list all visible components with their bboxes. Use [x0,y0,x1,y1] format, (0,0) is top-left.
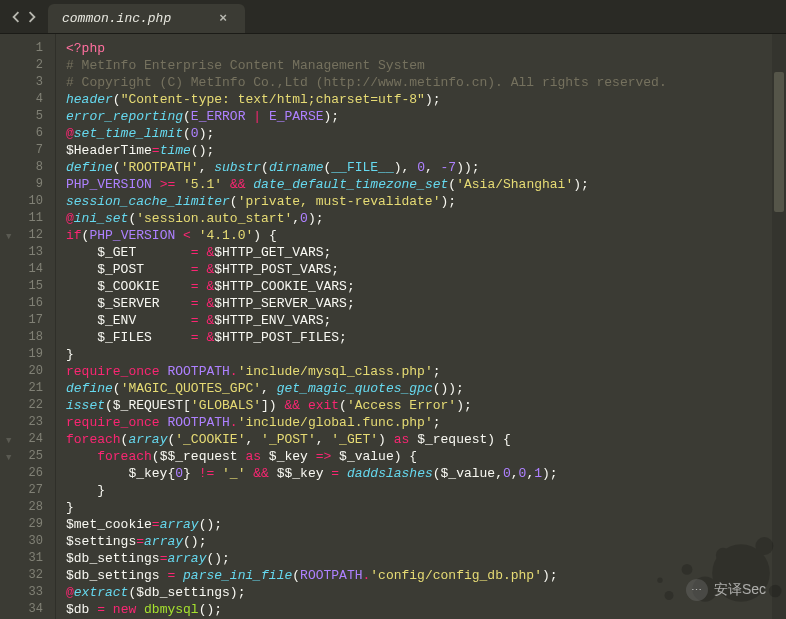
line-number: 18 [0,329,55,346]
code-line[interactable]: $_GET = &$HTTP_GET_VARS; [66,244,786,261]
code-line[interactable]: $db_settings=array(); [66,550,786,567]
code-line[interactable]: require_once ROOTPATH.'include/mysql_cla… [66,363,786,380]
file-tab[interactable]: common.inc.php × [48,4,245,33]
line-number: 30 [0,533,55,550]
code-line[interactable]: } [66,499,786,516]
line-number: 24 [0,431,55,448]
line-number: 10 [0,193,55,210]
line-number: 1 [0,40,55,57]
nav-arrows [0,0,48,33]
line-number: 21 [0,380,55,397]
line-number: 3 [0,74,55,91]
code-line[interactable]: $_FILES = &$HTTP_POST_FILES; [66,329,786,346]
code-line[interactable]: <?php [66,40,786,57]
code-area[interactable]: <?php# MetInfo Enterprise Content Manage… [56,34,786,619]
code-line[interactable]: @ini_set('session.auto_start',0); [66,210,786,227]
line-number: 22 [0,397,55,414]
code-line[interactable]: $met_cookie=array(); [66,516,786,533]
code-line[interactable]: $_COOKIE = &$HTTP_COOKIE_VARS; [66,278,786,295]
code-line[interactable]: define('ROOTPATH', substr(dirname(__FILE… [66,159,786,176]
code-line[interactable]: # Copyright (C) MetInfo Co.,Ltd (http://… [66,74,786,91]
code-line[interactable]: $_ENV = &$HTTP_ENV_VARS; [66,312,786,329]
code-line[interactable]: $db = new dbmysql(); [66,601,786,618]
code-line[interactable]: require_once ROOTPATH.'include/global.fu… [66,414,786,431]
line-number: 25 [0,448,55,465]
code-line[interactable]: } [66,482,786,499]
line-number: 17 [0,312,55,329]
line-number: 20 [0,363,55,380]
code-line[interactable]: error_reporting(E_ERROR | E_PARSE); [66,108,786,125]
line-number: 14 [0,261,55,278]
line-number: 27 [0,482,55,499]
line-number: 6 [0,125,55,142]
code-line[interactable]: $settings=array(); [66,533,786,550]
tab-filename: common.inc.php [62,11,171,26]
line-number: 4 [0,91,55,108]
line-number: 15 [0,278,55,295]
line-number: 11 [0,210,55,227]
code-line[interactable]: $_SERVER = &$HTTP_SERVER_VARS; [66,295,786,312]
line-number: 28 [0,499,55,516]
line-number: 8 [0,159,55,176]
scrollbar-track[interactable] [772,34,786,619]
code-line[interactable]: foreach($$_request as $_key => $_value) … [66,448,786,465]
code-line[interactable]: isset($_REQUEST['GLOBALS']) && exit('Acc… [66,397,786,414]
line-number: 26 [0,465,55,482]
line-number: 31 [0,550,55,567]
code-line[interactable]: if(PHP_VERSION < '4.1.0') { [66,227,786,244]
line-number: 13 [0,244,55,261]
line-number: 29 [0,516,55,533]
wechat-icon: ⋯ [686,579,708,601]
code-line[interactable]: $_key{0} != '_' && $$_key = daddslashes(… [66,465,786,482]
line-number: 7 [0,142,55,159]
code-line[interactable]: @extract($db_settings); [66,584,786,601]
code-line[interactable]: PHP_VERSION >= '5.1' && date_default_tim… [66,176,786,193]
line-gutter: 1234567891011121314151617181920212223242… [0,34,56,619]
nav-forward-icon[interactable] [26,11,38,23]
line-number: 23 [0,414,55,431]
code-line[interactable]: define('MAGIC_QUOTES_GPC', get_magic_quo… [66,380,786,397]
code-line[interactable]: $HeaderTime=time(); [66,142,786,159]
tab-bar: common.inc.php × [0,0,786,34]
nav-back-icon[interactable] [10,11,22,23]
line-number: 19 [0,346,55,363]
watermark: ⋯ 安译Sec [686,579,766,601]
scrollbar-thumb[interactable] [774,72,784,212]
line-number: 2 [0,57,55,74]
close-icon[interactable]: × [219,11,227,26]
code-line[interactable]: $db_settings = parse_ini_file(ROOTPATH.'… [66,567,786,584]
code-line[interactable]: } [66,346,786,363]
line-number: 33 [0,584,55,601]
code-line[interactable]: foreach(array('_COOKIE', '_POST', '_GET'… [66,431,786,448]
code-line[interactable]: $_POST = &$HTTP_POST_VARS; [66,261,786,278]
watermark-text: 安译Sec [714,581,766,599]
editor: 1234567891011121314151617181920212223242… [0,34,786,619]
line-number: 34 [0,601,55,618]
line-number: 16 [0,295,55,312]
line-number: 9 [0,176,55,193]
line-number: 32 [0,567,55,584]
code-line[interactable]: # MetInfo Enterprise Content Management … [66,57,786,74]
code-line[interactable]: session_cache_limiter('private, must-rev… [66,193,786,210]
code-line[interactable]: header("Content-type: text/html;charset=… [66,91,786,108]
code-line[interactable]: @set_time_limit(0); [66,125,786,142]
line-number: 12 [0,227,55,244]
line-number: 5 [0,108,55,125]
